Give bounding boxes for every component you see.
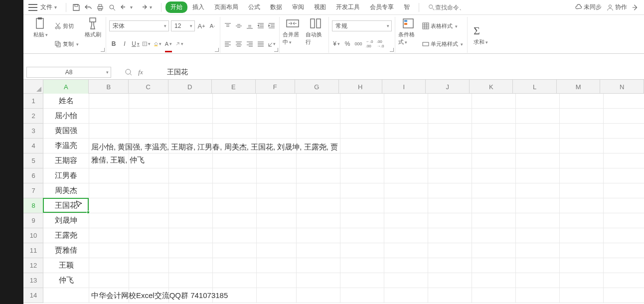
column-header[interactable]: N	[600, 80, 644, 94]
decrease-decimal-icon[interactable]: .00→.0	[376, 39, 385, 48]
cell[interactable]	[169, 168, 213, 183]
cell[interactable]	[89, 258, 129, 273]
cell[interactable]	[257, 124, 297, 139]
table-style-button[interactable]: 表格样式	[421, 21, 464, 31]
merge-center-button[interactable]: 合并居中	[283, 17, 303, 53]
cell[interactable]	[89, 109, 129, 124]
cell[interactable]	[604, 183, 644, 198]
cell[interactable]	[129, 183, 169, 198]
print-icon[interactable]	[96, 3, 104, 11]
format-painter-button[interactable]: 格式刷	[83, 17, 103, 53]
column-header[interactable]: F	[256, 80, 296, 94]
cell[interactable]	[340, 183, 384, 198]
cell[interactable]	[516, 168, 560, 183]
cell[interactable]	[129, 94, 169, 109]
name-box[interactable]: A8 ▾	[26, 67, 111, 78]
cell[interactable]	[89, 213, 129, 228]
cell[interactable]	[340, 288, 384, 303]
cell[interactable]	[340, 109, 384, 124]
row-header[interactable]: 10	[23, 228, 43, 243]
redo-dropdown[interactable]: ▾	[150, 4, 152, 10]
row-header[interactable]: 14	[23, 288, 43, 303]
cell[interactable]	[428, 168, 472, 183]
cell[interactable]	[560, 139, 604, 153]
cell[interactable]	[340, 258, 384, 273]
cell[interactable]	[472, 109, 516, 124]
cell[interactable]	[257, 183, 297, 198]
cell[interactable]: 周美杰	[43, 183, 89, 198]
file-menu[interactable]: 文件	[40, 3, 52, 11]
cell[interactable]	[428, 273, 472, 288]
cell-style-button[interactable]: 单元格样式	[421, 39, 464, 49]
cell[interactable]	[340, 139, 384, 153]
undo-dropdown[interactable]: ▾	[130, 4, 133, 10]
cell[interactable]	[472, 288, 516, 303]
tab-start[interactable]: 开始	[165, 1, 187, 13]
cell[interactable]	[340, 124, 384, 139]
font-color-button[interactable]: A	[164, 39, 173, 48]
cell[interactable]	[472, 243, 516, 258]
cell[interactable]	[129, 109, 169, 124]
cell[interactable]: 王国花	[43, 198, 89, 213]
justify-icon[interactable]	[256, 39, 265, 48]
paste-button[interactable]: 粘贴	[30, 17, 50, 53]
tab-insert[interactable]: 插入	[187, 1, 209, 13]
cell[interactable]	[384, 124, 428, 139]
cell[interactable]	[560, 273, 604, 288]
border-button[interactable]	[142, 39, 151, 48]
cell[interactable]: 仲飞	[43, 273, 89, 288]
cell[interactable]	[472, 94, 516, 109]
formula-input[interactable]	[163, 68, 641, 76]
cell[interactable]	[516, 258, 560, 273]
cell[interactable]	[89, 183, 129, 198]
cell[interactable]	[472, 153, 516, 168]
cell[interactable]: 黄国强	[43, 124, 89, 139]
align-right-icon[interactable]	[245, 39, 254, 48]
cell[interactable]	[516, 183, 560, 198]
cell[interactable]	[604, 228, 644, 243]
row-header[interactable]: 1	[23, 94, 43, 109]
column-header[interactable]: K	[470, 80, 513, 94]
cell[interactable]	[257, 273, 297, 288]
cell[interactable]	[340, 153, 384, 168]
fx-icon[interactable]: fx	[136, 68, 145, 77]
command-search[interactable]	[428, 4, 475, 11]
cell[interactable]	[560, 168, 604, 183]
decrease-font-icon[interactable]: A-	[208, 21, 217, 30]
wrap-text-button[interactable]: 自动换行	[306, 17, 325, 53]
cell[interactable]	[43, 288, 89, 303]
column-header[interactable]: E	[212, 80, 255, 94]
undo-icon[interactable]	[84, 3, 92, 11]
hamburger-icon[interactable]	[28, 4, 37, 11]
cell[interactable]	[516, 109, 560, 124]
column-header[interactable]: I	[382, 80, 426, 94]
cell[interactable]	[384, 153, 428, 168]
cell[interactable]	[213, 168, 257, 183]
cell[interactable]	[169, 124, 213, 139]
column-header[interactable]: D	[168, 80, 212, 94]
cell[interactable]	[472, 168, 516, 183]
cell[interactable]	[428, 243, 472, 258]
cell[interactable]	[213, 273, 257, 288]
italic-button[interactable]: I	[120, 39, 129, 48]
column-header[interactable]: H	[339, 80, 382, 94]
cell[interactable]	[169, 273, 213, 288]
column-header[interactable]: A	[43, 80, 89, 94]
cell[interactable]	[384, 288, 428, 303]
cell[interactable]	[257, 228, 297, 243]
cancel-icon[interactable]	[124, 68, 133, 77]
cell[interactable]	[472, 124, 516, 139]
undo2-icon[interactable]	[120, 3, 128, 11]
cell[interactable]	[516, 243, 560, 258]
cell[interactable]	[472, 273, 516, 288]
dialog-launcher-icon[interactable]	[215, 48, 219, 52]
cell[interactable]	[169, 94, 213, 109]
cell[interactable]	[297, 213, 340, 228]
print-preview-icon[interactable]	[108, 3, 116, 11]
increase-font-icon[interactable]: A+	[197, 21, 206, 30]
align-middle-icon[interactable]	[234, 21, 243, 30]
cell[interactable]	[257, 213, 297, 228]
cell[interactable]	[89, 273, 129, 288]
column-header[interactable]: C	[129, 80, 168, 94]
cell[interactable]	[129, 124, 169, 139]
